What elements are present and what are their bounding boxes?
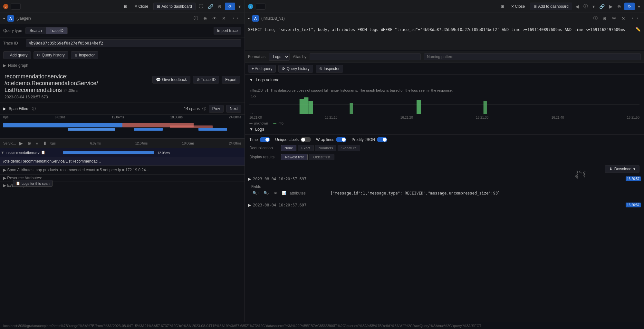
dedup-label: Deduplication (249, 146, 278, 150)
dedup-numbers-btn[interactable]: Numbers (315, 145, 337, 151)
right-ds-info-btn[interactable]: ⓘ (592, 15, 599, 22)
dedup-none-btn[interactable]: None (281, 145, 296, 151)
dedup-options: None Exact Numbers Signature (281, 145, 360, 151)
log-eye-btn[interactable]: 👁 (273, 191, 279, 196)
left-datasource-select[interactable]: Jaeger (11, 3, 21, 10)
log-bar-chart-btn[interactable]: 📊 (281, 190, 288, 196)
log-zoom-out-btn[interactable]: 🔍- (262, 190, 271, 196)
left-ds-info-btn[interactable]: ⓘ (192, 15, 199, 22)
import-trace-button[interactable]: Import trace (214, 27, 241, 35)
dedup-exact-btn[interactable]: Exact (298, 145, 314, 151)
left-ds-more-btn[interactable]: ⋮⋮ (230, 15, 241, 22)
left-link-button[interactable]: 🔗 (207, 3, 215, 10)
right-add-to-dashboard-button[interactable]: ⊞ Add to dashboard (530, 3, 572, 10)
inspector-button-left[interactable]: ⊕ Inspector (71, 51, 98, 59)
inspector-icon-right: ⊕ (319, 66, 322, 71)
prettify-json-toggle[interactable] (377, 137, 387, 142)
next-span-button[interactable]: Next (226, 105, 241, 113)
timeline-container: 0μs 6.02ms 12.04ms 18.06ms 24.08ms (0, 115, 245, 139)
chart-legend: unknown info (249, 121, 639, 125)
left-collapse-btn[interactable]: ▾ (3, 17, 5, 20)
right-datasource-select[interactable]: InfluxDB_v1 (256, 3, 265, 10)
wrap-lines-toggle[interactable] (336, 137, 346, 142)
right-run-button[interactable]: ⟳ (624, 3, 635, 10)
span-filters-label: Span Filters (9, 106, 29, 111)
chart-svg: 10 0 (249, 95, 639, 114)
left-add-to-dashboard-button[interactable]: ⊞ Add to dashboard (153, 3, 196, 10)
time-toggle-control: Time (249, 137, 270, 142)
format-as-select[interactable]: Logs (269, 53, 290, 61)
left-ds-delete-btn[interactable]: ✕ (221, 15, 227, 22)
tab-search[interactable]: Search (26, 27, 46, 34)
start-of-range-label: Startofrange (575, 165, 586, 184)
alias-by-label: Alias by (293, 55, 306, 59)
logs-section-header[interactable]: ▼ Logs (245, 124, 644, 135)
naming-pattern-input[interactable] (424, 53, 641, 60)
service-collapse-all-btn[interactable]: ⊕ (26, 140, 33, 146)
trace-id-badge-icon: ⊕ (197, 77, 200, 82)
right-datasource-name: (InfluxDB_v1) (261, 16, 285, 21)
right-link-button[interactable]: 🔗 (598, 3, 606, 10)
oldest-first-btn[interactable]: Oldest first (309, 154, 334, 160)
query-textarea-wrapper: SELECT time, "severity_text", body, attr… (245, 24, 644, 51)
give-feedback-button[interactable]: 💬 Give feedback (152, 76, 190, 84)
right-more-btn2[interactable]: ▾ (591, 3, 596, 10)
alias-by-input[interactable] (310, 53, 421, 60)
right-zoom-out-button[interactable]: ⊖ (616, 3, 622, 10)
right-ds-more-btn[interactable]: ⋮⋮ (629, 15, 641, 22)
left-close-button[interactable]: ✕ Close (131, 3, 152, 10)
right-nav-back-btn[interactable]: ◀ (574, 3, 580, 10)
span-count: 14 spans (184, 106, 200, 111)
left-ds-copy-btn[interactable]: ⊕ (202, 15, 208, 22)
dedup-signature-btn[interactable]: Signature (338, 145, 360, 151)
right-ds-copy-btn[interactable]: ⊕ (601, 15, 608, 22)
tab-traceid[interactable]: TraceID (46, 27, 67, 34)
left-more-button[interactable]: ▾ (237, 3, 242, 10)
query-history-button-left[interactable]: ⟳ Query history (34, 51, 68, 59)
right-info-button[interactable]: ⓘ (582, 3, 589, 10)
newest-first-btn[interactable]: Newest first (281, 154, 308, 160)
timeline-minimap[interactable] (3, 121, 241, 137)
left-action-row: + Add query ⟳ Query history ⊕ Inspector (0, 49, 245, 61)
left-zoom-out-button[interactable]: ⊖ (216, 3, 223, 10)
export-button[interactable]: Export (222, 76, 240, 84)
chart-container: 10 0 16:21:00 16:21:10 16:21:20 (249, 95, 639, 121)
log-entry-2-header[interactable]: ▶ 2023-08-04 16:20:57.697 16:20:57 (245, 201, 644, 209)
left-run-button[interactable]: ⟳ (225, 3, 235, 10)
span-toggle-main[interactable]: ▼ (0, 150, 5, 155)
inspector-button-right[interactable]: ⊕ Inspector (316, 65, 343, 73)
right-panel-view-toggle[interactable]: ⊞ (499, 3, 506, 10)
right-ds-delete-btn[interactable]: ✕ (620, 15, 627, 22)
right-nav-fwd-btn[interactable]: ▶ (608, 3, 614, 10)
right-close-button[interactable]: ✕ Close (508, 3, 528, 10)
span-row-main[interactable]: ▼ recommendationserv 📋 12.08ms (0, 148, 245, 157)
span-attr-recommended: app.products_recommended.count = 5 (35, 168, 103, 172)
query-textarea[interactable]: SELECT time, "severity_text", body, attr… (245, 24, 644, 50)
trace-id-input[interactable] (26, 39, 241, 47)
left-info-button[interactable]: ⓘ (197, 3, 205, 10)
logs-volume-section-header[interactable]: ▼ Logs volume (245, 75, 644, 85)
right-run-more-btn[interactable]: ▾ (637, 3, 641, 10)
unique-labels-toggle[interactable] (301, 137, 311, 142)
legend-info-dot (273, 123, 276, 124)
query-history-button-right[interactable]: ⟳ Query history (278, 65, 313, 73)
service-expand-btn[interactable]: ▶ (18, 140, 24, 146)
history-icon-right: ⟳ (282, 66, 285, 71)
left-panel-view-toggle[interactable]: ⊞ (122, 3, 129, 10)
time-toggle[interactable] (260, 137, 270, 142)
query-edit-button[interactable]: ✏️ (634, 26, 642, 32)
add-query-button-right[interactable]: + Add query (248, 65, 276, 73)
left-ds-hide-btn[interactable]: 👁 (211, 15, 218, 22)
download-button[interactable]: ⬇ Download ▾ (605, 165, 639, 173)
add-query-button-left[interactable]: + Add query (3, 51, 31, 59)
prev-span-button[interactable]: Prev (209, 105, 224, 113)
right-ds-hide-btn[interactable]: 👁 (610, 15, 618, 22)
logs-for-span-button[interactable]: 📋 Logs for this span (13, 180, 53, 187)
right-panel-header: I InfluxDB_v1 ⊞ ✕ Close ⊞ Add to dashboa… (245, 0, 644, 13)
trace-id-button[interactable]: ⊕ Trace ID (193, 76, 219, 84)
service-expand-all-btn[interactable]: » (34, 140, 40, 146)
node-graph-toggle[interactable]: ▶ Node graph (0, 61, 245, 70)
log-zoom-in-btn[interactable]: 🔍+ (251, 190, 260, 196)
service-pause-btn[interactable]: ⏸ (42, 140, 49, 146)
right-collapse-btn[interactable]: ▾ (248, 17, 250, 20)
